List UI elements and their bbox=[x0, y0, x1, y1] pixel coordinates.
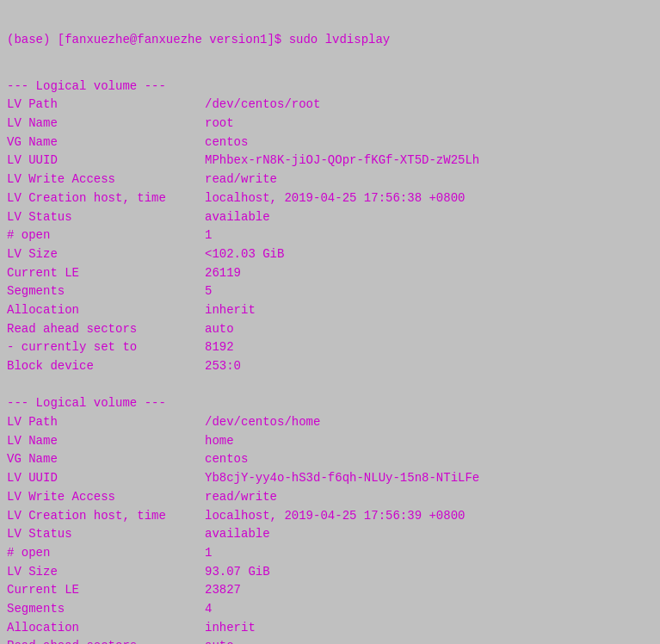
field-value-1-1: home bbox=[205, 432, 234, 451]
field-label-0-14: Block device bbox=[7, 357, 205, 376]
field-value-0-0: /dev/centos/root bbox=[205, 96, 320, 115]
field-line-0-6: LV Statusavailable bbox=[7, 208, 653, 227]
field-line-1-4: LV Write Accessread/write bbox=[7, 488, 653, 507]
field-label-0-7: # open bbox=[7, 226, 205, 245]
field-label-1-9: Current LE bbox=[7, 581, 205, 600]
field-line-1-7: # open1 bbox=[7, 544, 653, 563]
field-line-1-9: Current LE23827 bbox=[7, 581, 653, 600]
field-value-0-5: localhost, 2019-04-25 17:56:38 +0800 bbox=[205, 189, 465, 208]
field-value-1-0: /dev/centos/home bbox=[205, 413, 320, 432]
field-label-1-10: Segments bbox=[7, 600, 205, 619]
field-value-1-9: 23827 bbox=[205, 581, 241, 600]
volume-header-text-0: --- Logical volume --- bbox=[7, 77, 166, 96]
field-line-0-11: Allocationinherit bbox=[7, 301, 653, 320]
field-label-1-0: LV Path bbox=[7, 413, 205, 432]
field-line-1-5: LV Creation host, timelocalhost, 2019-04… bbox=[7, 507, 653, 526]
field-line-1-2: VG Namecentos bbox=[7, 450, 653, 469]
field-line-0-4: LV Write Accessread/write bbox=[7, 170, 653, 189]
field-label-1-1: LV Name bbox=[7, 432, 205, 451]
field-line-0-8: LV Size<102.03 GiB bbox=[7, 245, 653, 264]
prompt-text: (base) [fanxuezhe@fanxuezhe version1]$ s… bbox=[7, 31, 390, 50]
field-label-0-3: LV UUID bbox=[7, 152, 205, 170]
field-value-0-4: read/write bbox=[205, 170, 277, 189]
field-line-0-7: # open1 bbox=[7, 226, 653, 245]
field-value-0-12: auto bbox=[205, 320, 234, 339]
empty-line bbox=[7, 376, 653, 395]
field-label-1-6: LV Status bbox=[7, 525, 205, 544]
field-line-1-11: Allocationinherit bbox=[7, 619, 653, 638]
field-label-1-12: Read ahead sectors bbox=[7, 637, 205, 644]
field-value-1-2: centos bbox=[205, 450, 248, 469]
field-line-0-12: Read ahead sectorsauto bbox=[7, 320, 653, 339]
field-label-1-8: LV Size bbox=[7, 563, 205, 582]
field-line-0-10: Segments5 bbox=[7, 282, 653, 301]
field-line-0-0: LV Path/dev/centos/root bbox=[7, 96, 653, 115]
volume-header-1: --- Logical volume --- bbox=[7, 394, 653, 413]
field-value-1-12: auto bbox=[205, 637, 234, 644]
field-label-0-8: LV Size bbox=[7, 245, 205, 264]
field-value-0-3: MPhbex-rN8K-jiOJ-QOpr-fKGf-XT5D-zW25Lh bbox=[205, 152, 479, 170]
field-label-0-0: LV Path bbox=[7, 96, 205, 115]
field-label-0-12: Read ahead sectors bbox=[7, 320, 205, 339]
field-label-0-2: VG Name bbox=[7, 133, 205, 152]
field-line-0-9: Current LE26119 bbox=[7, 264, 653, 283]
field-label-0-11: Allocation bbox=[7, 301, 205, 320]
field-value-0-11: inherit bbox=[205, 301, 256, 320]
field-value-0-10: 5 bbox=[205, 282, 212, 301]
field-line-1-8: LV Size93.07 GiB bbox=[7, 563, 653, 582]
field-label-1-7: # open bbox=[7, 544, 205, 563]
field-line-0-14: Block device253:0 bbox=[7, 357, 653, 376]
field-label-1-4: LV Write Access bbox=[7, 488, 205, 507]
field-line-1-1: LV Namehome bbox=[7, 432, 653, 451]
field-line-0-5: LV Creation host, timelocalhost, 2019-04… bbox=[7, 189, 653, 208]
field-value-0-7: 1 bbox=[205, 226, 212, 245]
field-label-0-9: Current LE bbox=[7, 264, 205, 283]
field-label-0-10: Segments bbox=[7, 282, 205, 301]
field-label-1-2: VG Name bbox=[7, 450, 205, 469]
field-label-0-13: - currently set to bbox=[7, 338, 205, 357]
terminal-window: (base) [fanxuezhe@fanxuezhe version1]$ s… bbox=[0, 0, 660, 644]
field-label-1-5: LV Creation host, time bbox=[7, 507, 205, 526]
field-value-0-1: root bbox=[205, 115, 234, 133]
field-value-0-8: <102.03 GiB bbox=[205, 245, 284, 264]
field-value-0-14: 253:0 bbox=[205, 357, 241, 376]
field-line-1-3: LV UUIDYb8cjY-yy4o-hS3d-f6qh-NLUy-15n8-N… bbox=[7, 469, 653, 488]
field-value-0-13: 8192 bbox=[205, 338, 234, 357]
field-line-0-1: LV Nameroot bbox=[7, 115, 653, 133]
field-value-1-11: inherit bbox=[205, 619, 256, 638]
field-line-0-13: - currently set to8192 bbox=[7, 338, 653, 357]
field-line-1-0: LV Path/dev/centos/home bbox=[7, 413, 653, 432]
field-value-1-6: available bbox=[205, 525, 270, 544]
field-value-1-8: 93.07 GiB bbox=[205, 563, 270, 582]
field-line-0-2: VG Namecentos bbox=[7, 133, 653, 152]
prompt-line: (base) [fanxuezhe@fanxuezhe version1]$ s… bbox=[7, 31, 653, 50]
field-label-0-1: LV Name bbox=[7, 115, 205, 133]
field-label-0-6: LV Status bbox=[7, 208, 205, 227]
field-value-0-9: 26119 bbox=[205, 264, 241, 283]
field-label-1-3: LV UUID bbox=[7, 469, 205, 488]
field-line-1-6: LV Statusavailable bbox=[7, 525, 653, 544]
field-label-1-11: Allocation bbox=[7, 619, 205, 638]
field-value-1-5: localhost, 2019-04-25 17:56:39 +0800 bbox=[205, 507, 465, 526]
field-value-1-10: 4 bbox=[205, 600, 212, 619]
field-line-1-12: Read ahead sectorsauto bbox=[7, 637, 653, 644]
field-line-0-3: LV UUIDMPhbex-rN8K-jiOJ-QOpr-fKGf-XT5D-z… bbox=[7, 152, 653, 170]
field-label-0-4: LV Write Access bbox=[7, 170, 205, 189]
field-value-0-6: available bbox=[205, 208, 270, 227]
volume-header-0: --- Logical volume --- bbox=[7, 77, 653, 96]
field-value-1-7: 1 bbox=[205, 544, 212, 563]
field-label-0-5: LV Creation host, time bbox=[7, 189, 205, 208]
field-value-1-3: Yb8cjY-yy4o-hS3d-f6qh-NLUy-15n8-NTiLFe bbox=[205, 469, 479, 488]
field-value-1-4: read/write bbox=[205, 488, 277, 507]
field-line-1-10: Segments4 bbox=[7, 600, 653, 619]
volume-header-text-1: --- Logical volume --- bbox=[7, 394, 166, 413]
field-value-0-2: centos bbox=[205, 133, 248, 152]
